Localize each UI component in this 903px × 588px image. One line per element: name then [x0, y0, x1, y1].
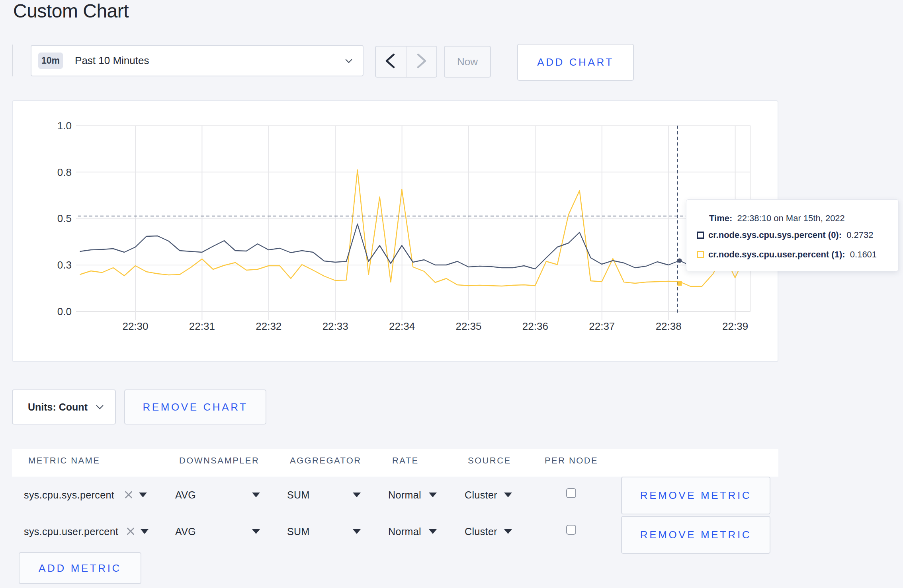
svg-text:22:36: 22:36 [522, 320, 548, 332]
svg-text:1.0: 1.0 [57, 120, 72, 132]
svg-text:0.3: 0.3 [57, 259, 72, 271]
svg-text:22:35: 22:35 [455, 320, 481, 332]
svg-text:0.0: 0.0 [57, 306, 72, 317]
svg-text:0.8: 0.8 [57, 166, 72, 178]
svg-text:22:37: 22:37 [589, 320, 615, 332]
svg-text:22:34: 22:34 [389, 320, 415, 332]
svg-text:22:39: 22:39 [722, 320, 748, 332]
svg-text:22:38: 22:38 [656, 320, 682, 332]
svg-text:0.5: 0.5 [57, 212, 72, 224]
svg-text:22:33: 22:33 [322, 320, 348, 332]
svg-text:22:30: 22:30 [122, 320, 148, 332]
svg-text:22:32: 22:32 [256, 320, 281, 332]
svg-text:22:31: 22:31 [189, 320, 215, 332]
